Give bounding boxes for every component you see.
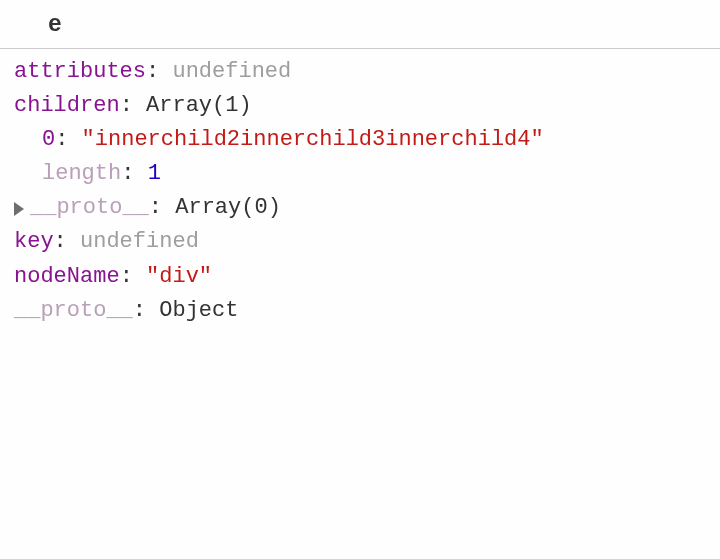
property-value: Object [159,294,238,328]
property-value: undefined [80,225,199,259]
property-value: Array(0) [175,191,281,225]
object-name: e [48,12,62,38]
property-row-key[interactable]: key: undefined [14,225,706,259]
colon: : [55,123,81,157]
property-row-proto-object[interactable]: __proto__: Object [14,294,706,328]
property-value: Array(1) [146,89,252,123]
property-row-attributes[interactable]: attributes: undefined [14,55,706,89]
property-row-nodename[interactable]: nodeName: "div" [14,260,706,294]
colon: : [120,260,146,294]
expand-triangle-icon[interactable] [14,202,24,216]
property-key: __proto__ [30,191,149,225]
object-properties: attributes: undefined children: Array(1)… [0,49,720,334]
colon: : [133,294,159,328]
colon: : [121,157,147,191]
colon: : [54,225,80,259]
property-key: key [14,225,54,259]
property-row-length[interactable]: length: 1 [14,157,706,191]
property-key: __proto__ [14,294,133,328]
property-value: 1 [148,157,161,191]
colon: : [149,191,175,225]
devtools-object-inspector: e attributes: undefined children: Array(… [0,0,720,559]
colon: : [120,89,146,123]
property-key: children [14,89,120,123]
property-row-child-0[interactable]: 0: "innerchild2innerchild3innerchild4" [14,123,706,157]
property-key: 0 [42,123,55,157]
property-key: nodeName [14,260,120,294]
colon: : [146,55,172,89]
property-key: length [42,157,121,191]
property-key: attributes [14,55,146,89]
property-value: "innerchild2innerchild3innerchild4" [82,123,544,157]
object-header: e [0,8,720,49]
property-row-children[interactable]: children: Array(1) [14,89,706,123]
property-value: "div" [146,260,212,294]
property-value: undefined [172,55,291,89]
property-row-proto-array[interactable]: __proto__: Array(0) [14,191,706,225]
